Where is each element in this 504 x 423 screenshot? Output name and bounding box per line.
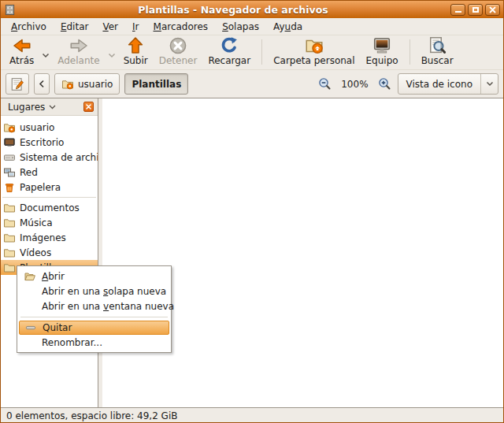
- folder-icon: [3, 232, 16, 244]
- maximize-button[interactable]: [468, 4, 483, 16]
- zoom-in-icon: [378, 77, 391, 91]
- menu-ir[interactable]: Ir: [125, 20, 146, 34]
- sidebar-item-red[interactable]: Red: [1, 165, 98, 180]
- maximize-icon: [472, 7, 479, 13]
- titlebar[interactable]: Plantillas - Navegador de archivos: [1, 1, 503, 18]
- stop-button[interactable]: Detener: [154, 36, 203, 68]
- close-icon: [489, 6, 496, 13]
- zoom-out-icon: [318, 77, 332, 91]
- up-button[interactable]: Subir: [118, 36, 154, 68]
- places-list: usuario Escritorio Sistema de archi... R…: [1, 116, 98, 275]
- location-bar: usuario Plantillas 100% Vista de icono: [1, 70, 503, 98]
- chevron-left-icon: [39, 80, 45, 88]
- context-item-abrir[interactable]: Abrir: [19, 269, 169, 284]
- minimize-button[interactable]: [450, 4, 465, 16]
- computer-icon: [372, 36, 391, 55]
- sidebar-item-imagenes[interactable]: Imágenes: [1, 230, 98, 245]
- trash-icon: [3, 181, 16, 194]
- sidebar-item-videos[interactable]: Vídeos: [1, 245, 98, 260]
- window-title: Plantillas - Navegador de archivos: [19, 4, 447, 16]
- places-sidebar: Lugares usuario Escritorio Sistema de ar…: [1, 98, 98, 407]
- desktop-icon: [3, 136, 16, 149]
- menu-archivo[interactable]: Archivo: [4, 20, 54, 34]
- search-icon: [428, 36, 447, 55]
- search-button[interactable]: Buscar: [416, 36, 459, 68]
- menubar: Archivo Editar Ver Ir Marcadores Solapas…: [1, 18, 503, 35]
- home-folder-icon: [61, 78, 74, 91]
- open-folder-icon: [24, 270, 36, 283]
- minimize-icon: [455, 11, 461, 13]
- forward-history-dropdown[interactable]: [106, 36, 118, 68]
- menu-solapas[interactable]: Solapas: [215, 20, 266, 34]
- zoom-out-button[interactable]: [317, 77, 333, 91]
- folder-icon: [3, 217, 16, 229]
- context-item-quitar[interactable]: Quitar: [19, 321, 169, 335]
- sidebar-item-documentos[interactable]: Documentos: [1, 200, 98, 215]
- home-button[interactable]: Carpeta personal: [268, 36, 360, 68]
- up-icon: [126, 36, 145, 55]
- drive-icon: [3, 151, 16, 164]
- context-menu: Abrir Abrir en una solapa nueva Abrir en…: [17, 265, 172, 353]
- context-item-abrir-solapa[interactable]: Abrir en una solapa nueva: [19, 284, 169, 299]
- close-button[interactable]: [485, 4, 500, 16]
- file-cabinet-icon: [4, 4, 16, 16]
- toolbar: Atrás Adelante Subir Detener Recargar Ca…: [1, 35, 503, 70]
- menu-ayuda[interactable]: Ayuda: [266, 20, 309, 34]
- forward-button[interactable]: Adelante: [52, 36, 105, 68]
- sidebar-item-papelera[interactable]: Papelera: [1, 180, 98, 195]
- forward-icon: [69, 36, 88, 55]
- zoom-level: 100%: [338, 79, 371, 90]
- sidebar-item-musica[interactable]: Música: [1, 215, 98, 230]
- breadcrumb-plantillas[interactable]: Plantillas: [124, 73, 188, 95]
- content-area[interactable]: [102, 98, 503, 407]
- sidebar-header-label: Lugares: [8, 102, 45, 113]
- status-text: 0 elementos, espacio libre: 49,2 GiB: [6, 410, 177, 421]
- reload-button[interactable]: Recargar: [202, 36, 256, 68]
- stop-icon: [169, 36, 187, 55]
- breadcrumb-usuario[interactable]: usuario: [54, 73, 120, 95]
- back-history-dropdown[interactable]: [39, 36, 52, 68]
- statusbar: 0 elementos, espacio libre: 49,2 GiB: [1, 407, 503, 423]
- menu-ver[interactable]: Ver: [95, 20, 125, 34]
- chevron-down-icon: [42, 53, 50, 58]
- reload-icon: [220, 36, 239, 55]
- folder-icon: [3, 262, 16, 274]
- no-icon: [24, 300, 36, 313]
- sidebar-header[interactable]: Lugares: [1, 98, 98, 116]
- zoom-in-button[interactable]: [376, 77, 393, 91]
- home-folder-icon: [305, 36, 324, 55]
- window-controls: [450, 4, 500, 16]
- file-manager-window: Plantillas - Navegador de archivos Archi…: [0, 0, 504, 423]
- sidebar-item-sistema-de-archivos[interactable]: Sistema de archi...: [1, 150, 98, 165]
- menu-marcadores[interactable]: Marcadores: [146, 20, 216, 34]
- chevron-down-icon: [480, 74, 498, 94]
- no-icon: [24, 285, 36, 298]
- view-mode-select[interactable]: Vista de icono: [398, 73, 498, 95]
- close-icon: [86, 104, 91, 109]
- context-item-renombrar[interactable]: Renombrar...: [19, 335, 169, 350]
- sidebar-separator: [2, 197, 96, 198]
- sidebar-item-usuario[interactable]: usuario: [1, 120, 98, 135]
- folder-icon: [3, 202, 16, 214]
- crumb-scroll-left-button[interactable]: [34, 73, 50, 95]
- chevron-down-icon: [49, 105, 56, 109]
- context-menu-separator: [20, 317, 168, 317]
- network-icon: [3, 166, 16, 179]
- window-body: Lugares usuario Escritorio Sistema de ar…: [1, 98, 503, 407]
- folder-icon: [3, 247, 16, 259]
- context-item-abrir-ventana[interactable]: Abrir en una ventana nueva: [19, 299, 169, 314]
- toolbar-separator: [410, 39, 410, 65]
- edit-location-button[interactable]: [6, 73, 29, 95]
- menu-editar[interactable]: Editar: [54, 20, 96, 34]
- edit-location-icon: [10, 77, 24, 91]
- sidebar-item-escritorio[interactable]: Escritorio: [1, 135, 98, 150]
- back-icon: [13, 36, 32, 55]
- chevron-down-icon: [108, 53, 116, 58]
- remove-icon: [24, 321, 37, 334]
- home-folder-icon: [3, 121, 16, 134]
- sidebar-close-button[interactable]: [83, 102, 94, 112]
- computer-button[interactable]: Equipo: [361, 36, 404, 68]
- toolbar-separator: [261, 39, 262, 65]
- no-icon: [24, 336, 36, 349]
- back-button[interactable]: Atrás: [4, 36, 39, 68]
